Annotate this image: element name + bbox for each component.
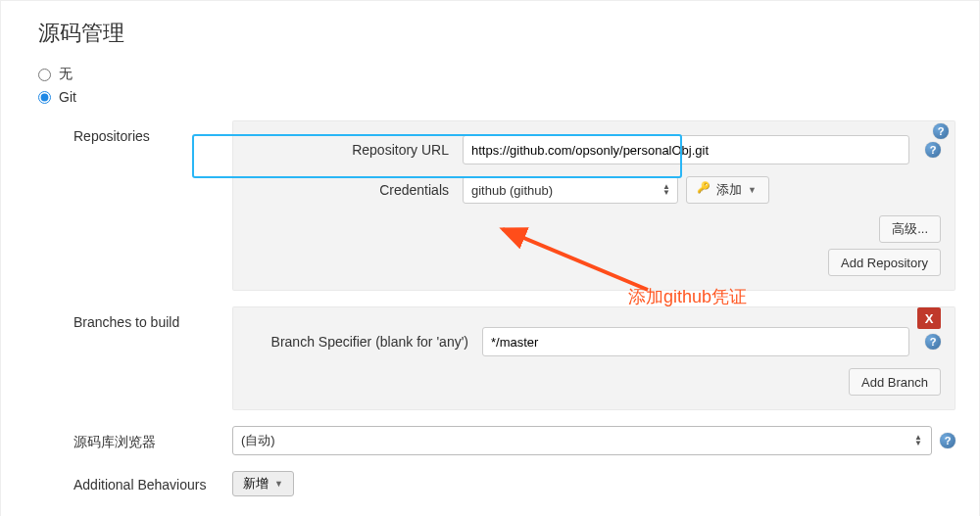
radio-git[interactable] bbox=[38, 91, 51, 104]
select-arrows-icon: ▲▼ bbox=[913, 427, 923, 454]
key-icon bbox=[699, 185, 712, 195]
add-repo-label: Add Repository bbox=[841, 256, 928, 270]
behaviours-label: Additional Behaviours bbox=[74, 475, 232, 493]
radio-none-label: 无 bbox=[59, 66, 73, 83]
credentials-row: Credentials github (github) ▲▼ 添加 ▼ bbox=[247, 176, 941, 204]
chevron-down-icon: ▼ bbox=[748, 185, 757, 195]
add-credentials-button[interactable]: 添加 ▼ bbox=[686, 176, 769, 204]
branch-spec-row: Branch Specifier (blank for 'any') ? bbox=[247, 327, 941, 356]
branches-box: X Branch Specifier (blank for 'any') ? A… bbox=[232, 306, 956, 410]
branch-spec-label: Branch Specifier (blank for 'any') bbox=[247, 334, 482, 350]
browser-value: (自动) bbox=[241, 427, 275, 454]
help-icon[interactable]: ? bbox=[933, 123, 949, 139]
add-branch-row: Add Branch bbox=[247, 368, 941, 396]
radio-none[interactable] bbox=[38, 69, 51, 81]
scm-option-git[interactable]: Git bbox=[38, 89, 956, 105]
credentials-select[interactable]: github (github) ▲▼ bbox=[463, 176, 678, 204]
help-icon[interactable]: ? bbox=[925, 142, 941, 158]
browser-select[interactable]: (自动) ▲▼ bbox=[232, 426, 932, 455]
help-icon[interactable]: ? bbox=[925, 334, 941, 350]
branches-row: Branches to build X Branch Specifier (bl… bbox=[74, 306, 956, 410]
credentials-value: github (github) bbox=[471, 177, 553, 203]
advanced-row: 高级... bbox=[247, 215, 941, 243]
remove-branch-button[interactable]: X bbox=[917, 307, 941, 329]
help-icon[interactable]: ? bbox=[940, 433, 956, 448]
branch-spec-input[interactable] bbox=[482, 327, 909, 356]
section-title: 源码管理 bbox=[38, 19, 956, 48]
git-config-block: Repositories ? Repository URL ? Credenti… bbox=[74, 120, 956, 496]
content: 源码管理 无 Git Repositories ? Repository URL bbox=[1, 1, 979, 516]
select-arrows-icon: ▲▼ bbox=[662, 177, 671, 203]
credentials-label: Credentials bbox=[247, 182, 463, 198]
add-repo-row: Add Repository bbox=[247, 249, 941, 276]
add-branch-button[interactable]: Add Branch bbox=[849, 368, 941, 396]
add-repository-button[interactable]: Add Repository bbox=[828, 249, 941, 276]
repositories-box: ? Repository URL ? Credentials github (g… bbox=[232, 120, 956, 291]
scm-option-none[interactable]: 无 bbox=[38, 66, 956, 83]
repo-url-row: Repository URL ? bbox=[247, 135, 941, 164]
add-branch-label: Add Branch bbox=[861, 375, 928, 390]
add-behaviour-button[interactable]: 新增 ▼ bbox=[232, 471, 294, 496]
repo-url-label: Repository URL bbox=[247, 142, 463, 158]
page-root: 源码管理 无 Git Repositories ? Repository URL bbox=[0, 0, 980, 516]
browser-label: 源码库浏览器 bbox=[74, 426, 232, 451]
repositories-label: Repositories bbox=[74, 120, 232, 144]
add-credentials-label: 添加 bbox=[716, 181, 742, 199]
add-behaviour-label: 新增 bbox=[243, 475, 269, 493]
repo-url-input[interactable] bbox=[463, 135, 909, 164]
branches-label: Branches to build bbox=[74, 306, 232, 330]
advanced-button[interactable]: 高级... bbox=[879, 215, 941, 243]
behaviours-row: Additional Behaviours 新增 ▼ bbox=[74, 471, 956, 496]
radio-git-label: Git bbox=[59, 89, 76, 105]
chevron-down-icon: ▼ bbox=[274, 479, 283, 489]
repositories-row: Repositories ? Repository URL ? Credenti… bbox=[74, 120, 956, 291]
browser-row: 源码库浏览器 (自动) ▲▼ ? bbox=[74, 426, 956, 455]
advanced-label: 高级... bbox=[892, 220, 928, 238]
